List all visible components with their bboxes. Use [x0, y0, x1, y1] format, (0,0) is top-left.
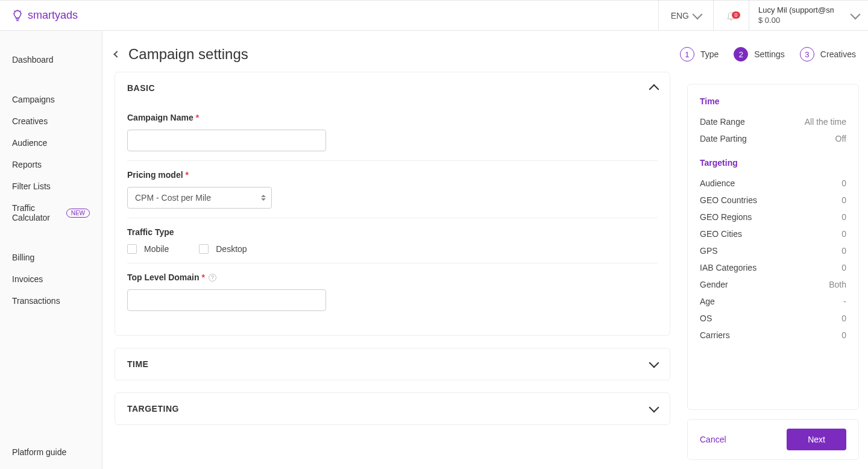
brand-logo[interactable]: smartyads [11, 9, 78, 22]
sidebar: Dashboard Campaigns Creatives Audience R… [0, 31, 102, 469]
summary-column: Time Date Range All the time Date Partin… [687, 72, 868, 469]
sidebar-item-label: Audience [12, 138, 47, 148]
pricing-model-select[interactable]: CPM - Cost per Mile [127, 187, 272, 209]
summary-value: Off [835, 134, 846, 143]
summary-row: Age- [700, 293, 846, 310]
sidebar-item-label: Invoices [12, 274, 43, 284]
sidebar-item-platform-guide[interactable]: Platform guide [0, 435, 102, 469]
summary-row: GEO Cities0 [700, 225, 846, 242]
checkbox-label: Mobile [144, 244, 169, 254]
summary-label: GEO Cities [700, 229, 742, 239]
card-title: TARGETING [127, 404, 179, 414]
step-creatives[interactable]: 3 Creatives [800, 47, 856, 61]
sidebar-item-label: Platform guide [12, 447, 66, 457]
field-label: Traffic Type [127, 227, 658, 237]
page-header: Campaign settings 1 Type 2 Settings 3 Cr… [102, 31, 868, 72]
sidebar-item-audience[interactable]: Audience [0, 132, 102, 154]
lightbulb-icon [11, 9, 24, 22]
sidebar-item-transactions[interactable]: Transactions [0, 290, 102, 312]
sidebar-item-creatives[interactable]: Creatives [0, 110, 102, 132]
step-number: 1 [680, 47, 694, 61]
step-label: Settings [754, 49, 785, 59]
wizard-steps: 1 Type 2 Settings 3 Creatives [680, 47, 856, 61]
sidebar-item-traffic-calculator[interactable]: Traffic Calculator NEW [0, 197, 102, 228]
new-badge: NEW [66, 209, 90, 218]
sidebar-item-campaigns[interactable]: Campaigns [0, 89, 102, 110]
summary-row: Carriers0 [700, 327, 846, 344]
label-text: Traffic Type [127, 227, 174, 237]
sidebar-group: Dashboard [0, 49, 102, 71]
summary-label: IAB Categories [700, 263, 756, 272]
summary-row: Audience0 [700, 175, 846, 192]
campaign-name-field: Campaign Name * [127, 104, 658, 161]
traffic-mobile-checkbox[interactable]: Mobile [127, 244, 169, 254]
summary-label: GPS [700, 246, 718, 256]
summary-label: Date Parting [700, 134, 747, 143]
sidebar-item-invoices[interactable]: Invoices [0, 268, 102, 290]
summary-targeting-title: Targeting [700, 158, 846, 168]
label-text: Pricing model [127, 170, 183, 180]
summary-row: Date Parting Off [700, 130, 846, 147]
sidebar-group: Billing Invoices Transactions [0, 247, 102, 312]
summary-value: 0 [841, 330, 846, 340]
field-label: Pricing model * [127, 170, 658, 180]
sidebar-item-billing[interactable]: Billing [0, 247, 102, 268]
summary-label: Date Range [700, 117, 745, 127]
sidebar-item-label: Transactions [12, 296, 60, 306]
cancel-button[interactable]: Cancel [700, 435, 726, 444]
header-right: ENG 0 Lucy Mil (support@sma $ 0.00 [658, 1, 868, 30]
summary-time-title: Time [700, 96, 846, 106]
pricing-model-field: Pricing model * CPM - Cost per Mile [127, 161, 658, 218]
language-selector[interactable]: ENG [658, 1, 713, 30]
summary-value: All the time [805, 117, 846, 127]
chevron-down-icon [693, 9, 703, 19]
summary-value: 0 [841, 178, 846, 188]
summary-label: Carriers [700, 330, 730, 340]
tld-input[interactable] [127, 289, 326, 311]
sidebar-item-filter-lists[interactable]: Filter Lists [0, 175, 102, 197]
time-card: TIME [115, 348, 670, 380]
sidebar-group: Campaigns Creatives Audience Reports Fil… [0, 89, 102, 228]
card-title: BASIC [127, 83, 155, 93]
page-title-wrap: Campaign settings [115, 46, 248, 63]
next-button[interactable]: Next [787, 429, 846, 450]
sidebar-item-dashboard[interactable]: Dashboard [0, 49, 102, 71]
summary-value: 0 [841, 195, 846, 205]
sidebar-item-label: Traffic Calculator [12, 203, 63, 222]
field-label: Top Level Domain * ? [127, 272, 658, 282]
user-balance: $ 0.00 [758, 16, 834, 26]
required-mark: * [186, 170, 189, 180]
summary-value: 0 [841, 313, 846, 323]
summary-row: GPS0 [700, 242, 846, 259]
sidebar-item-label: Dashboard [12, 55, 54, 65]
notifications-button[interactable]: 0 [713, 1, 749, 30]
basic-card-header[interactable]: BASIC [115, 72, 670, 104]
sidebar-item-label: Reports [12, 160, 42, 169]
chevron-down-icon [851, 9, 861, 19]
targeting-card-header[interactable]: TARGETING [115, 393, 670, 424]
step-number: 3 [800, 47, 814, 61]
chevron-up-icon [649, 84, 659, 95]
time-card-header[interactable]: TIME [115, 348, 670, 380]
svg-line-3 [14, 10, 15, 11]
summary-label: Age [700, 297, 715, 306]
label-text: Top Level Domain [127, 272, 200, 282]
traffic-type-field: Traffic Type Mobile Desktop [127, 218, 658, 263]
help-icon[interactable]: ? [209, 274, 216, 282]
chevron-down-icon [649, 358, 659, 368]
sidebar-item-reports[interactable]: Reports [0, 154, 102, 175]
select-arrows-icon [261, 195, 266, 201]
user-menu[interactable]: Lucy Mil (support@sma $ 0.00 [749, 1, 868, 30]
summary-value: - [843, 297, 846, 306]
content-area: BASIC Campaign Name * [102, 72, 868, 469]
step-settings[interactable]: 2 Settings [734, 47, 785, 61]
traffic-desktop-checkbox[interactable]: Desktop [199, 244, 247, 254]
form-column[interactable]: BASIC Campaign Name * [115, 72, 676, 469]
summary-row: GEO Regions0 [700, 209, 846, 225]
brand-name: smartyads [28, 9, 78, 22]
step-type[interactable]: 1 Type [680, 47, 719, 61]
summary-row: OS0 [700, 310, 846, 327]
back-arrow-icon[interactable] [113, 51, 120, 57]
summary-label: GEO Regions [700, 212, 752, 222]
campaign-name-input[interactable] [127, 130, 326, 151]
